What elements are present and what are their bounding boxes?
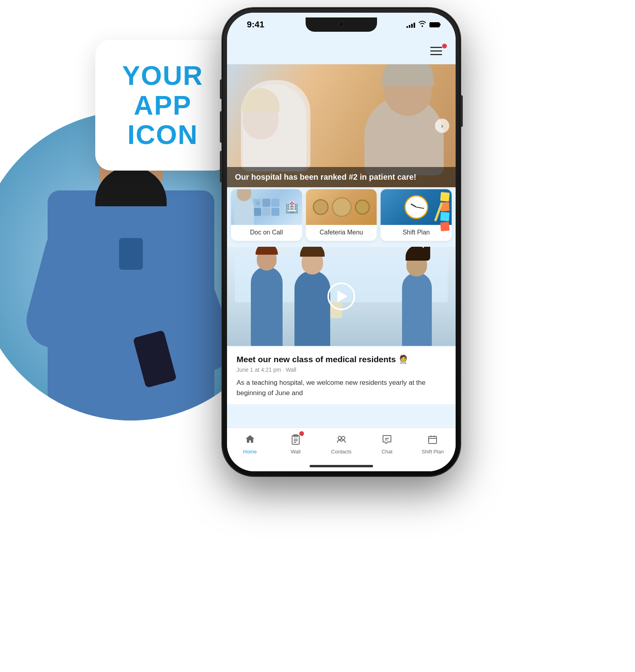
phone-screen: 9:41 bbox=[227, 13, 456, 471]
sticky-blue bbox=[440, 212, 449, 221]
notification-dot bbox=[442, 44, 447, 48]
plate-3 bbox=[355, 200, 370, 215]
video-post[interactable] bbox=[227, 247, 456, 346]
play-triangle-icon bbox=[337, 290, 348, 302]
shift-nav-icon bbox=[426, 433, 439, 446]
wifi-icon bbox=[418, 21, 426, 29]
contacts-nav-label: Contacts bbox=[331, 449, 351, 455]
status-icons bbox=[406, 21, 440, 29]
grid-icon bbox=[253, 208, 261, 216]
wall-nav-icon bbox=[289, 433, 302, 446]
home-indicator bbox=[310, 465, 373, 467]
staff-person-2-hair bbox=[300, 247, 325, 257]
menu-button[interactable] bbox=[430, 44, 446, 56]
nav-item-contacts[interactable]: Contacts bbox=[318, 433, 364, 455]
status-time: 9:41 bbox=[247, 19, 264, 30]
volume-up-button bbox=[220, 111, 222, 143]
staff-person-3-body bbox=[402, 273, 432, 346]
svg-point-5 bbox=[338, 436, 341, 440]
nav-item-wall[interactable]: Wall bbox=[273, 433, 318, 455]
plate-2 bbox=[332, 197, 352, 217]
grid-icon bbox=[271, 208, 279, 216]
shift-plan-card[interactable]: Shift Plan bbox=[381, 189, 452, 241]
wall-post[interactable]: Meet our new class of medical residents … bbox=[227, 347, 456, 404]
app-icon-card: YOUR APP ICON bbox=[95, 40, 230, 171]
nav-item-shift[interactable]: Shift Plan bbox=[410, 433, 456, 455]
wall-post-title: Meet our new class of medical residents … bbox=[237, 355, 446, 364]
app-header bbox=[227, 36, 456, 64]
doc-on-call-card[interactable]: 🩺 🏥 Doc on Call bbox=[231, 189, 302, 241]
white-coat bbox=[241, 80, 310, 171]
contacts-nav-icon bbox=[335, 433, 348, 446]
mute-button bbox=[220, 79, 222, 99]
phone-outer: 9:41 bbox=[222, 8, 460, 476]
chat-nav-label: Chat bbox=[381, 449, 392, 455]
shift-image bbox=[381, 189, 452, 225]
patient-hair bbox=[382, 64, 434, 86]
sticky-red bbox=[440, 222, 450, 231]
notch bbox=[306, 17, 377, 32]
grid-icon bbox=[271, 199, 279, 207]
clock-graphic bbox=[404, 195, 428, 219]
nav-item-chat[interactable]: Chat bbox=[364, 433, 410, 455]
staff-person-1-body bbox=[251, 267, 283, 346]
cafeteria-image: 🍽️ bbox=[306, 189, 377, 225]
home-nav-label: Home bbox=[243, 449, 257, 455]
signal-icon bbox=[406, 21, 415, 28]
play-button[interactable] bbox=[327, 282, 355, 310]
doctor-silhouette bbox=[234, 197, 254, 225]
hero-caption: Our hospital has been ranked #2 in patie… bbox=[227, 167, 456, 187]
hero-chevron[interactable]: › bbox=[435, 119, 449, 133]
stethoscope-icon: 🏥 bbox=[285, 201, 299, 214]
phone-mockup: 9:41 bbox=[222, 8, 460, 476]
app-icon-text: YOUR APP ICON bbox=[122, 61, 203, 150]
battery-icon bbox=[429, 22, 440, 27]
chat-nav-icon bbox=[380, 433, 394, 446]
nav-item-home[interactable]: Home bbox=[227, 433, 273, 455]
clock-min-hand bbox=[416, 207, 424, 209]
plate-1 bbox=[313, 199, 329, 215]
camera-dot bbox=[339, 21, 344, 27]
sticky-yellow bbox=[440, 192, 450, 202]
power-button bbox=[460, 95, 463, 127]
wall-badge bbox=[299, 431, 304, 436]
doctor-pocket bbox=[119, 238, 143, 270]
wall-post-meta: June 1 at 4:21 pm · Wall bbox=[237, 367, 446, 373]
shift-nav-label: Shift Plan bbox=[422, 449, 444, 455]
hero-banner[interactable]: › Our hospital has been ranked #2 in pat… bbox=[227, 64, 456, 187]
clock-hour-hand bbox=[410, 204, 416, 208]
home-nav-icon bbox=[243, 433, 257, 446]
sticky-notes bbox=[441, 192, 449, 231]
staff-person-1-hair bbox=[256, 247, 278, 255]
volume-down-button bbox=[220, 151, 222, 182]
svg-point-6 bbox=[342, 436, 345, 440]
chevron-icon: › bbox=[441, 122, 443, 130]
wall-post-excerpt: As a teaching hospital, we welcome new r… bbox=[237, 378, 446, 398]
cafeteria-menu-label: Cafeteria Menu bbox=[306, 225, 377, 236]
ponytail bbox=[424, 247, 430, 261]
staff-person-2-body bbox=[294, 271, 330, 346]
svg-rect-9 bbox=[429, 436, 437, 444]
grid-icon bbox=[262, 199, 270, 207]
wall-nav-label: Wall bbox=[291, 449, 300, 455]
quick-cards-row: 🩺 🏥 Doc on Call bbox=[231, 189, 452, 241]
grid-icon bbox=[262, 208, 270, 216]
doc-on-call-image: 🩺 🏥 bbox=[231, 189, 302, 225]
cafeteria-menu-card[interactable]: 🍽️ Cafeteria Menu bbox=[306, 189, 377, 241]
doc-on-call-label: Doc on Call bbox=[231, 225, 302, 236]
grid-icon: 🩺 bbox=[253, 199, 261, 207]
